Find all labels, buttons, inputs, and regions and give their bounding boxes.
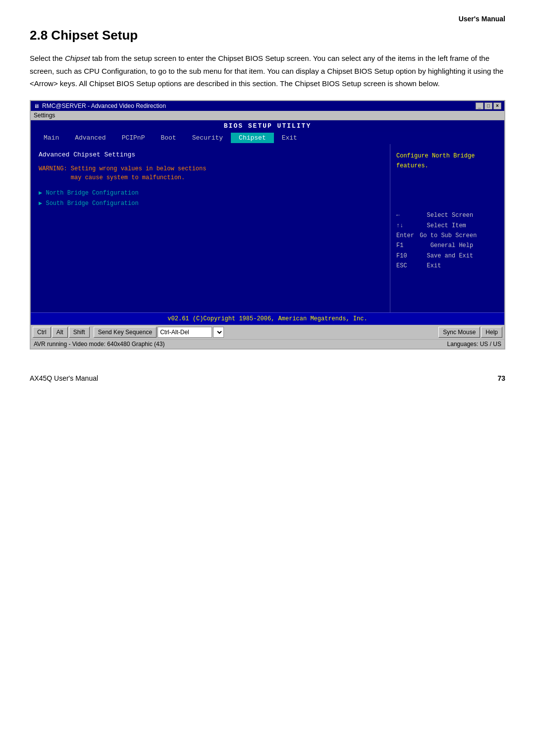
ctrl-button[interactable]: Ctrl: [33, 327, 51, 338]
window-title-text: RMC@SERVER - Advanced Video Redirection: [42, 102, 166, 109]
bios-menu-north-bridge[interactable]: North Bridge Configuration: [39, 189, 382, 197]
window-controls[interactable]: _ □ ×: [476, 102, 501, 109]
bios-nav: Main Advanced PCIPnP Boot Security Chips…: [31, 132, 504, 144]
close-button[interactable]: ×: [493, 102, 501, 109]
window-title-left: 🖥 RMC@SERVER - Advanced Video Redirectio…: [34, 102, 166, 109]
key-row-select-item: ↑↓ Select Item: [396, 221, 498, 231]
bios-right-panel: Configure North Bridge features. ← Selec…: [390, 144, 504, 312]
bios-footer: v02.61 (C)Copyright 1985-2006, American …: [31, 312, 504, 325]
nav-main[interactable]: Main: [36, 133, 67, 143]
window-menubar: Settings: [31, 111, 504, 120]
nav-pcipnp[interactable]: PCIPnP: [114, 133, 153, 143]
key-sequence-input[interactable]: [158, 327, 212, 338]
nav-exit[interactable]: Exit: [274, 133, 305, 143]
bios-warning: WARNING: Setting wrong values in below s…: [39, 164, 382, 182]
key-row-esc: ESC Exit: [396, 261, 498, 271]
shift-button[interactable]: Shift: [69, 327, 90, 338]
window-statusbar: AVR running - Video mode: 640x480 Graphi…: [31, 339, 504, 349]
statusbar-right: Languages: US / US: [447, 341, 501, 348]
bios-window: 🖥 RMC@SERVER - Advanced Video Redirectio…: [30, 100, 505, 350]
window-titlebar: 🖥 RMC@SERVER - Advanced Video Redirectio…: [31, 101, 504, 111]
sync-mouse-button[interactable]: Sync Mouse: [438, 327, 480, 338]
chapter-title: 2.8 Chipset Setup: [30, 28, 505, 43]
bios-left-panel: Advanced Chipset Settings WARNING: Setti…: [31, 144, 390, 312]
key-row-select-screen: ← Select Screen: [396, 210, 498, 220]
bios-help-text: Configure North Bridge features.: [396, 151, 498, 171]
bios-section-title: Advanced Chipset Settings: [39, 151, 382, 158]
window-icon: 🖥: [34, 103, 39, 109]
nav-security[interactable]: Security: [184, 133, 231, 143]
page-number: 73: [497, 374, 505, 382]
bios-title: BIOS SETUP UTILITY: [31, 120, 504, 132]
restore-button[interactable]: □: [484, 102, 492, 109]
nav-chipset[interactable]: Chipset: [231, 133, 274, 143]
help-button[interactable]: Help: [481, 327, 502, 338]
nav-advanced[interactable]: Advanced: [67, 133, 113, 143]
page-footer: AX45Q User's Manual 73: [30, 369, 505, 382]
product-name: AX45Q User's Manual: [30, 374, 98, 382]
window-toolbar: Ctrl Alt Shift Send Key Sequence ▼ Sync …: [31, 325, 504, 339]
menu-settings[interactable]: Settings: [34, 112, 55, 119]
nav-boot[interactable]: Boot: [153, 133, 184, 143]
header-label: User's Manual: [30, 15, 505, 23]
bios-menu-south-bridge[interactable]: South Bridge Configuration: [39, 200, 382, 207]
minimize-button[interactable]: _: [476, 102, 483, 109]
key-row-enter: Enter Go to Sub Screen: [396, 231, 498, 241]
statusbar-left: AVR running - Video mode: 640x480 Graphi…: [34, 341, 164, 348]
key-row-f1: F1 General Help: [396, 241, 498, 251]
key-sequence-dropdown[interactable]: ▼: [213, 327, 224, 338]
bios-body: Advanced Chipset Settings WARNING: Setti…: [31, 144, 504, 312]
intro-text: Select the Chipset tab from the setup sc…: [30, 52, 505, 90]
bios-container: BIOS SETUP UTILITY Main Advanced PCIPnP …: [31, 120, 504, 325]
alt-button[interactable]: Alt: [52, 327, 68, 338]
send-key-button[interactable]: Send Key Sequence: [94, 327, 157, 338]
bios-keys: ← Select Screen ↑↓ Select Item Enter Go …: [396, 171, 498, 271]
key-row-f10: F10 Save and Exit: [396, 251, 498, 261]
